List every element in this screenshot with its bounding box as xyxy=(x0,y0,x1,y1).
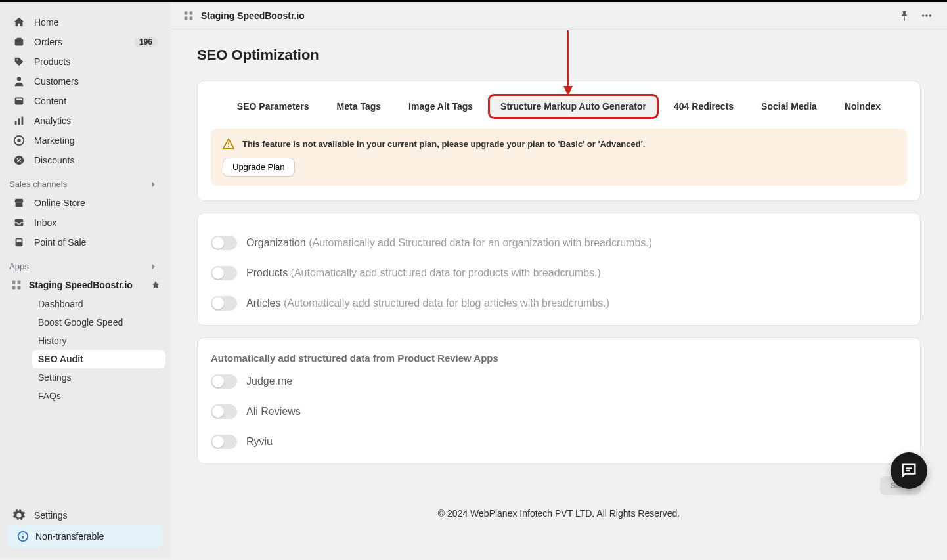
sidebar-section-sales-channels[interactable]: Sales channels xyxy=(5,170,165,193)
sidebar-sub-boost-google-speed[interactable]: Boost Google Speed xyxy=(32,313,165,332)
toggle-row-articles: Articles (Automatically add structured d… xyxy=(211,288,907,311)
sidebar-item-label: Products xyxy=(34,56,158,67)
toggle-title: Organization xyxy=(246,237,306,248)
sidebar-item-analytics[interactable]: Analytics xyxy=(5,111,165,131)
toggle-alireviews[interactable] xyxy=(211,404,237,419)
tab-structure-markup[interactable]: Structure Markup Auto Generator xyxy=(490,96,657,117)
svg-rect-6 xyxy=(15,121,17,125)
tabs-row: SEO Parameters Meta Tags Image Alt Tags … xyxy=(211,96,907,117)
toggle-articles[interactable] xyxy=(211,296,237,311)
toggle-title: Articles xyxy=(246,297,280,309)
content-icon xyxy=(13,95,25,107)
sidebar-item-online-store[interactable]: Online Store xyxy=(5,193,165,213)
sidebar-item-orders[interactable]: Orders 196 xyxy=(5,32,165,52)
sidebar-sub-faqs[interactable]: FAQs xyxy=(32,387,165,405)
svg-point-31 xyxy=(929,14,932,17)
non-transferable-banner[interactable]: Non-transferable xyxy=(8,525,163,548)
sidebar-item-pos[interactable]: Point of Sale xyxy=(5,232,165,252)
sidebar-item-label: Settings xyxy=(38,372,159,383)
sidebar-item-label: Home xyxy=(34,17,158,28)
app-icon xyxy=(183,10,194,22)
svg-rect-28 xyxy=(190,16,193,20)
sidebar-item-discounts[interactable]: Discounts xyxy=(5,150,165,170)
pin-icon[interactable] xyxy=(151,280,160,290)
upgrade-plan-button[interactable]: Upgrade Plan xyxy=(223,158,295,177)
sidebar-sub-settings[interactable]: Settings xyxy=(32,368,165,387)
tab-noindex[interactable]: Noindex xyxy=(834,96,891,117)
sidebar-app-subnav: Dashboard Boost Google Speed History SEO… xyxy=(5,295,165,405)
sidebar-settings[interactable]: Settings xyxy=(5,506,165,525)
svg-rect-5 xyxy=(16,98,22,100)
toggle-row-organization: Organization (Automatically add Structur… xyxy=(211,228,907,258)
sidebar-item-label: Orders xyxy=(34,37,125,47)
chevron-right-icon xyxy=(150,181,158,188)
structured-data-toggles-card: Organization (Automatically add Structur… xyxy=(197,213,921,326)
save-row: Save xyxy=(197,476,921,495)
review-apps-card: Automatically add structured data from P… xyxy=(197,337,921,464)
tab-seo-parameters[interactable]: SEO Parameters xyxy=(227,96,320,117)
sidebar-sub-seo-audit[interactable]: SEO Audit xyxy=(32,350,165,368)
sidebar-item-label: FAQs xyxy=(38,391,159,401)
tab-404-redirects[interactable]: 404 Redirects xyxy=(663,96,744,117)
sidebar-item-marketing[interactable]: Marketing xyxy=(5,131,165,150)
customers-icon xyxy=(13,75,25,87)
sidebar-item-label: Settings xyxy=(34,510,158,521)
toggle-row-ryviu: Ryviu xyxy=(211,427,907,449)
toggle-judgeme[interactable] xyxy=(211,374,237,389)
toggle-ryviu[interactable] xyxy=(211,435,237,449)
sidebar-section-apps[interactable]: Apps xyxy=(5,252,165,275)
svg-rect-4 xyxy=(15,98,24,105)
main-content: Staging SpeedBoostr.io SEO Optimization … xyxy=(171,2,947,558)
footer-text: © 2024 WebPlanex Infotech PVT LTD. All R… xyxy=(197,495,921,532)
sidebar-item-label: Dashboard xyxy=(38,299,159,309)
svg-rect-17 xyxy=(16,240,21,243)
svg-point-35 xyxy=(228,146,229,148)
tab-image-alt-tags[interactable]: Image Alt Tags xyxy=(398,96,483,117)
warning-icon xyxy=(223,138,234,150)
chevron-right-icon xyxy=(150,263,158,270)
svg-rect-14 xyxy=(16,202,23,207)
sidebar-item-label: Inbox xyxy=(34,217,158,228)
svg-point-24 xyxy=(22,534,24,535)
sidebar-item-customers[interactable]: Customers xyxy=(5,72,165,91)
app-name-label: Staging SpeedBoostr.io xyxy=(29,280,133,290)
svg-point-2 xyxy=(16,59,18,60)
chat-fab[interactable] xyxy=(891,452,927,489)
sidebar-app-header[interactable]: Staging SpeedBoostr.io xyxy=(5,275,165,295)
discounts-icon xyxy=(13,154,25,166)
svg-point-12 xyxy=(17,158,18,160)
marketing-icon xyxy=(13,135,25,146)
sidebar-item-label: Discounts xyxy=(34,155,158,165)
svg-rect-0 xyxy=(15,39,24,46)
tab-social-media[interactable]: Social Media xyxy=(751,96,827,117)
orders-icon xyxy=(13,36,25,48)
toggle-title: Ali Reviews xyxy=(246,406,301,417)
page-title: SEO Optimization xyxy=(197,47,921,64)
svg-rect-19 xyxy=(18,281,21,284)
section-title-label: Sales channels xyxy=(9,179,67,189)
svg-rect-8 xyxy=(22,117,24,125)
sidebar-item-label: Boost Google Speed xyxy=(38,317,159,328)
svg-point-3 xyxy=(17,77,21,81)
content-topbar: Staging SpeedBoostr.io xyxy=(171,2,947,30)
section-title-label: Apps xyxy=(9,261,29,271)
sidebar-item-home[interactable]: Home xyxy=(5,12,165,32)
pin-button[interactable] xyxy=(896,7,913,24)
svg-rect-18 xyxy=(12,281,16,284)
warning-banner: This feature is not available in your cu… xyxy=(211,129,907,186)
toggle-organization[interactable] xyxy=(211,236,237,250)
sidebar-item-inbox[interactable]: Inbox xyxy=(5,213,165,232)
sidebar-sub-dashboard[interactable]: Dashboard xyxy=(32,295,165,313)
sidebar: Home Orders 196 Products Customers xyxy=(0,2,171,558)
toggle-products[interactable] xyxy=(211,266,237,280)
more-button[interactable] xyxy=(918,7,935,24)
sidebar-item-label: History xyxy=(38,335,159,346)
sidebar-item-content[interactable]: Content xyxy=(5,91,165,111)
info-icon xyxy=(17,530,29,542)
toggle-desc: (Automatically add structured data for b… xyxy=(284,297,609,309)
sidebar-item-products[interactable]: Products xyxy=(5,52,165,72)
pos-icon xyxy=(13,236,25,248)
sidebar-sub-history[interactable]: History xyxy=(32,332,165,350)
tab-meta-tags[interactable]: Meta Tags xyxy=(326,96,391,117)
toggle-row-alireviews: Ali Reviews xyxy=(211,397,907,427)
